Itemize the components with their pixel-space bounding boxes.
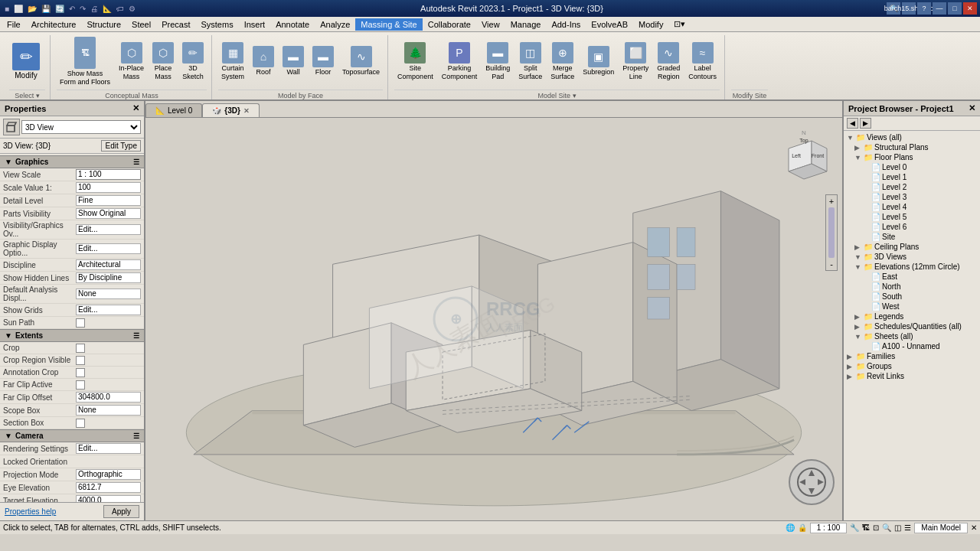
- settings-icon[interactable]: ⚙: [127, 5, 137, 13]
- help-btn[interactable]: ?: [917, 2, 931, 15]
- zoom-in-btn[interactable]: +: [829, 197, 834, 206]
- label-contours-button[interactable]: ≈ LabelContours: [685, 41, 720, 83]
- pb-south[interactable]: 📄South: [844, 292, 980, 302]
- pb-a100[interactable]: 📄A100 - Unnamed: [844, 341, 980, 351]
- viewport-canvas[interactable]: 人人素面 RRCG ⊕ RRCG 人人素面: [145, 118, 842, 520]
- toolbar-icon-6[interactable]: ☰: [904, 523, 911, 532]
- window-controls[interactable]: 🔍 barch15.shadab ? — □ ✕: [887, 2, 977, 15]
- pb-close-btn[interactable]: ✕: [969, 103, 975, 113]
- pb-level2[interactable]: 📄Level 2: [844, 182, 980, 192]
- pb-east[interactable]: 📄East: [844, 272, 980, 282]
- menu-systems[interactable]: Systems: [195, 18, 238, 31]
- print-btn[interactable]: 🖨: [89, 5, 100, 13]
- close-btn[interactable]: ✕: [963, 2, 977, 15]
- far-clip-active-checkbox[interactable]: [76, 380, 85, 390]
- annotation-crop-checkbox[interactable]: [76, 368, 85, 377]
- maximize-btn[interactable]: □: [948, 2, 962, 15]
- pb-groups[interactable]: ▶📁Groups: [844, 361, 980, 371]
- pb-floor-plans[interactable]: ▼📁Floor Plans: [844, 152, 980, 162]
- menu-modify[interactable]: Modify: [633, 18, 668, 31]
- site-component-button[interactable]: 🌲 SiteComponent: [394, 41, 436, 83]
- crop-view-checkbox[interactable]: [76, 344, 85, 353]
- pb-level0[interactable]: 📄Level 0: [844, 162, 980, 172]
- close-view-btn[interactable]: ✕: [971, 523, 977, 532]
- modify-button[interactable]: ✏ Modify: [9, 41, 43, 82]
- camera-section-header[interactable]: ▼Camera ☰: [0, 429, 144, 442]
- pb-ceiling-plans[interactable]: ▶📁Ceiling Plans: [844, 242, 980, 252]
- section-box-checkbox[interactable]: [76, 419, 85, 428]
- redo-btn[interactable]: ↷: [78, 5, 87, 13]
- toolbar-icon-3[interactable]: ⊡: [873, 523, 879, 532]
- toolbar-icon-5[interactable]: ◫: [894, 523, 901, 532]
- pb-north[interactable]: 📄North: [844, 282, 980, 292]
- menu-architecture[interactable]: Architecture: [26, 18, 82, 31]
- property-line-button[interactable]: ⬜ PropertyLine: [619, 41, 652, 83]
- properties-help-link[interactable]: Properties help: [5, 507, 56, 516]
- pb-level4[interactable]: 📄Level 4: [844, 202, 980, 212]
- pb-expand-btn[interactable]: ▶: [860, 118, 871, 129]
- zoom-out-btn[interactable]: -: [830, 259, 833, 269]
- pb-3d-views[interactable]: ▼📁3D Views: [844, 252, 980, 262]
- measure-btn[interactable]: 📐: [101, 5, 113, 13]
- new-btn[interactable]: ⬜: [12, 5, 24, 13]
- menu-analyze[interactable]: Analyze: [315, 18, 355, 31]
- tab-level0[interactable]: 📐 Level 0: [145, 103, 202, 117]
- pb-sheets[interactable]: ▼📁Sheets (all): [844, 331, 980, 341]
- user-account[interactable]: barch15.shadab: [902, 2, 916, 15]
- pb-structural-plans[interactable]: ▶📁Structural Plans: [844, 142, 980, 152]
- tag-btn[interactable]: 🏷: [115, 5, 126, 13]
- pb-schedules[interactable]: ▶📁Schedules/Quantities (all): [844, 321, 980, 331]
- menu-extra[interactable]: ⊡▾: [668, 18, 691, 31]
- zoom-bar[interactable]: + -: [825, 194, 838, 271]
- menu-view[interactable]: View: [476, 18, 505, 31]
- extents-section-header[interactable]: ▼Extents ☰: [0, 329, 144, 342]
- split-surface-button[interactable]: ◫ SplitSurface: [515, 41, 545, 83]
- menu-massing[interactable]: Massing & Site: [355, 18, 422, 31]
- sync-btn[interactable]: 🔄: [54, 5, 66, 13]
- toposurface-button[interactable]: ∿ Toposurface: [339, 44, 383, 78]
- sun-path-checkbox[interactable]: [76, 318, 85, 328]
- pb-families[interactable]: ▶📁Families: [844, 351, 980, 361]
- toolbar-icon-1[interactable]: 🔧: [850, 523, 859, 532]
- graphics-section-header[interactable]: ▼Graphics ☰: [0, 155, 144, 168]
- menu-manage[interactable]: Manage: [505, 18, 547, 31]
- pb-legends[interactable]: ▶📁Legends: [844, 311, 980, 321]
- crop-region-visible-checkbox[interactable]: [76, 356, 85, 365]
- tab-3d[interactable]: 🎲 {3D} ✕: [202, 103, 260, 117]
- open-btn[interactable]: 📂: [26, 5, 38, 13]
- pb-revit-links[interactable]: ▶📁Revit Links: [844, 371, 980, 381]
- parking-component-button[interactable]: P ParkingComponent: [439, 41, 481, 83]
- save-btn[interactable]: 💾: [40, 5, 52, 13]
- place-mass-button[interactable]: ⬡ PlaceMass: [149, 41, 177, 83]
- navigation-wheel[interactable]: [789, 459, 835, 505]
- curtain-system-button[interactable]: ▦ CurtainSystem: [218, 41, 247, 83]
- toolbar-icon-4[interactable]: 🔍: [882, 523, 891, 532]
- building-pad-button[interactable]: ▬ BuildingPad: [482, 41, 513, 83]
- quick-access-toolbar[interactable]: ■ ⬜ 📂 💾 🔄 ↶ ↷ 🖨 📐 🏷 ⚙: [3, 5, 137, 13]
- subregion-button[interactable]: ▣ Subregion: [580, 44, 617, 78]
- menu-annotate[interactable]: Annotate: [270, 18, 315, 31]
- menu-structure[interactable]: Structure: [81, 18, 126, 31]
- pb-level5[interactable]: 📄Level 5: [844, 212, 980, 222]
- pb-level6[interactable]: 📄Level 6: [844, 222, 980, 232]
- view-type-dropdown[interactable]: 3D View Floor Plan Elevation: [21, 120, 141, 134]
- pb-west[interactable]: 📄West: [844, 302, 980, 311]
- pb-site[interactable]: 📄Site: [844, 232, 980, 242]
- menu-insert[interactable]: Insert: [239, 18, 271, 31]
- undo-btn[interactable]: ↶: [67, 5, 77, 13]
- pb-views-all[interactable]: ▼📁Views (all): [844, 132, 980, 142]
- toolbar-icon-2[interactable]: 🏗: [862, 523, 870, 532]
- view-type-selector[interactable]: 3D View Floor Plan Elevation: [0, 116, 144, 139]
- menu-collaborate[interactable]: Collaborate: [423, 18, 476, 31]
- menu-file[interactable]: File: [2, 18, 26, 31]
- graded-region-button[interactable]: ∿ GradedRegion: [654, 41, 683, 83]
- edit-type-button[interactable]: Edit Type: [101, 140, 141, 152]
- apply-button[interactable]: Apply: [103, 505, 139, 518]
- pb-level1[interactable]: 📄Level 1: [844, 172, 980, 182]
- wall-face-button[interactable]: ▬ Wall: [279, 44, 307, 78]
- pb-collapse-btn[interactable]: ◀: [847, 118, 858, 129]
- menu-addins[interactable]: Add-Ins: [546, 18, 586, 31]
- 3d-sketch-button[interactable]: ✏ 3DSketch: [179, 41, 207, 83]
- minimize-btn[interactable]: —: [933, 2, 946, 15]
- menu-precast[interactable]: Precast: [156, 18, 195, 31]
